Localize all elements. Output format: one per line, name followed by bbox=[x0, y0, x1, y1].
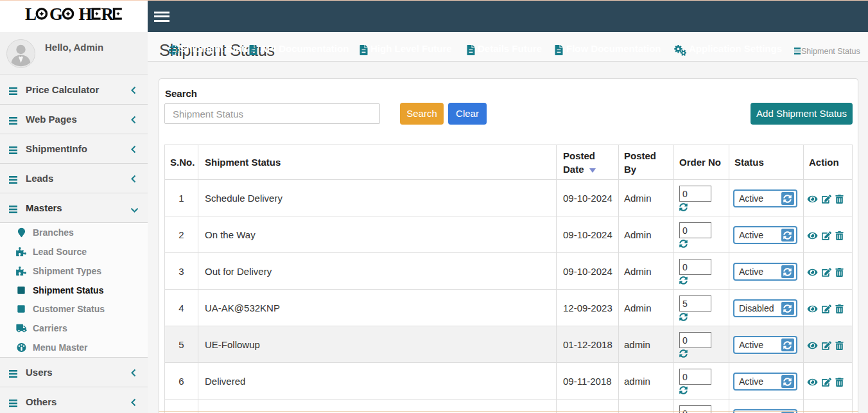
svg-text:H: H bbox=[79, 4, 92, 24]
svg-text:G: G bbox=[49, 4, 63, 24]
svg-text:L: L bbox=[25, 4, 37, 24]
svg-text:R: R bbox=[101, 4, 114, 24]
